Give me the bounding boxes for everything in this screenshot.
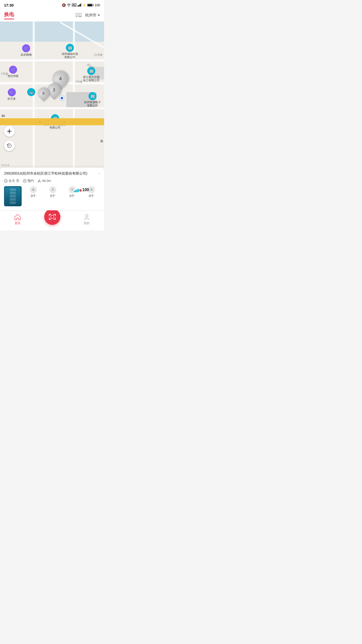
pin-0[interactable]: 0 [38, 88, 49, 99]
distance-50: 50 [2, 114, 5, 118]
map-container[interactable]: 🛒 品全购物 🛒 世纪华联 🛒 好又多 🏢 深圳城铄科技有限公司 🚌 🏢 浙江浙… [0, 22, 104, 168]
wifi-icon [67, 4, 71, 7]
road-h1 [0, 59, 104, 61]
status-bar: 17:30 🔇 4G ⚡ 100 [0, 0, 104, 9]
poi-shiji-label: 世纪华联 [8, 74, 19, 78]
poi-shenzhencheng-label: 深圳城铄科技有限公司 [62, 52, 78, 59]
poi-zhejiangyuda-label: 浙江浙大方圆化工有限公司 [83, 75, 100, 82]
road-label-2lou: 2号楼 [1, 72, 8, 76]
battery-100: 100 [82, 188, 89, 192]
stat-badge-chong: 充 [49, 186, 56, 193]
status-icons: 🔇 4G ⚡ 100 [62, 3, 100, 7]
road-h3 [0, 107, 104, 109]
stat-value-kong: 0个 [69, 194, 74, 198]
shopping-icon-2: 🛒 [9, 66, 17, 74]
meta-distance: 46.0m [37, 179, 51, 183]
building-icon-3: 🏢 [88, 92, 97, 100]
hours-label: 全天 [9, 179, 15, 183]
poi-haoyouduo-label: 好又多 [8, 97, 16, 101]
user-icon [83, 214, 90, 220]
x-mark: × [79, 189, 82, 192]
svg-rect-3 [51, 215, 54, 218]
arrow-left: ← [38, 120, 42, 124]
pin-0-number: 0 [42, 91, 44, 95]
baidu-watermark: Bai百度 [0, 163, 11, 168]
battery-level: 100 [95, 3, 100, 7]
dash-line: - [99, 171, 100, 176]
station-card: - 299280014(杭州市余杭区浙江宇松科技股份有限公司) 全天 営 预约 … [0, 168, 104, 210]
page-title: 换电 [4, 11, 14, 18]
battery-icon [87, 4, 94, 7]
yellow-road-arrows: ← → [0, 120, 104, 124]
yellow-road: ← → [0, 118, 104, 125]
signal-card [74, 189, 79, 192]
station-image [4, 186, 22, 206]
reservation-label: 预约 [27, 179, 34, 183]
clock-icon-2 [23, 179, 26, 183]
crosshair-icon [7, 129, 12, 134]
stat-huan: 换 0个 [25, 186, 42, 198]
home-icon [14, 214, 21, 220]
nav-mine-label: 我的 [84, 221, 90, 225]
bottom-nav: 首页 我的 [0, 210, 104, 230]
history-icon [7, 143, 12, 148]
poi-hangzhouzhiyuan-label: 杭州智源电子有限公司 [84, 101, 101, 107]
distance-label: 46.0m [42, 179, 51, 183]
poi-pinquan[interactable]: 🛒 品全购物 [21, 44, 32, 57]
building-icon-1: 🏢 [66, 44, 74, 52]
signal-bars-1 [77, 4, 81, 7]
locate-button[interactable] [4, 126, 15, 137]
header-right: 杭州市 [75, 13, 100, 18]
poi-haoyouduo[interactable]: 🛒 好又多 [8, 88, 16, 101]
current-location-dot [60, 96, 64, 100]
station-id: 299280014(杭州市余杭区浙江宇松科技股份有限公司) [4, 171, 100, 176]
stat-chong: 充 0个 [44, 186, 61, 198]
scan-icon [48, 213, 56, 221]
status-time: 17:30 [4, 3, 14, 7]
nav-mine[interactable]: 我的 [78, 213, 95, 226]
nav-home[interactable]: 首页 [9, 213, 26, 226]
pin-4-number: 4 [59, 76, 62, 82]
station-meta: 全天 営 预约 46.0m [4, 179, 100, 183]
mute-icon: 🔇 [62, 3, 66, 7]
signal-battery-indicator: × 100 [74, 188, 89, 192]
pin-2-number: 2 [53, 88, 55, 92]
clock-icon [4, 179, 8, 183]
poi-shiji[interactable]: 🛒 世纪华联 [8, 66, 19, 78]
poi-shenzhencheng[interactable]: 🏢 深圳城铄科技有限公司 [62, 44, 78, 59]
poi-pinquan-label: 品全购物 [21, 53, 32, 57]
history-button[interactable] [4, 140, 15, 151]
bus-icon: 🚌 [27, 88, 35, 96]
scan-button[interactable] [44, 209, 60, 225]
city-label: 杭州市 [85, 13, 97, 18]
arrow-right: → [62, 120, 66, 124]
nav-home-label: 首页 [15, 221, 21, 225]
road-label-21: 21号楼 [94, 53, 103, 57]
pin-0-body: 0 [35, 85, 52, 101]
header: 换电 杭州市 [0, 9, 104, 22]
chevron-down-icon [98, 15, 100, 16]
charging-icon: ⚡ [82, 3, 86, 7]
営-icon: 営 [16, 179, 19, 183]
poi-bus[interactable]: 🚌 [27, 88, 35, 96]
svg-point-4 [85, 215, 88, 217]
stat-badge-huan: 换 [30, 186, 37, 193]
stat-value-chong: 0个 [50, 194, 55, 198]
road-label-3lou: 3号楼 [75, 80, 82, 84]
stat-value-huan: 0个 [31, 194, 36, 198]
header-underline [4, 19, 14, 19]
header-title-wrap: 换电 [4, 11, 14, 19]
stat-value-zhuang: 0个 [89, 194, 94, 198]
city-selector[interactable]: 杭州市 [85, 13, 100, 18]
navigation-icon [37, 179, 41, 183]
poi-zhejiangyuda[interactable]: 🏢 浙江浙大方圆化工有限公司 [83, 67, 100, 82]
poi-hangzhouzhiyuan[interactable]: 🏢 杭州智源电子有限公司 [84, 92, 101, 107]
grid-list-icon[interactable] [75, 13, 82, 18]
meta-reservation: 预约 [23, 179, 34, 183]
station-main: × 100 换 0个 充 0个 空 0个 装 0个 [4, 186, 100, 206]
4g-icon: 4G [72, 3, 77, 7]
shopping-icon-3: 🛒 [8, 88, 16, 96]
shopping-icon: 🛒 [22, 44, 30, 52]
meta-hours: 全天 営 [4, 179, 19, 183]
pin-2[interactable]: 2 [47, 83, 61, 97]
